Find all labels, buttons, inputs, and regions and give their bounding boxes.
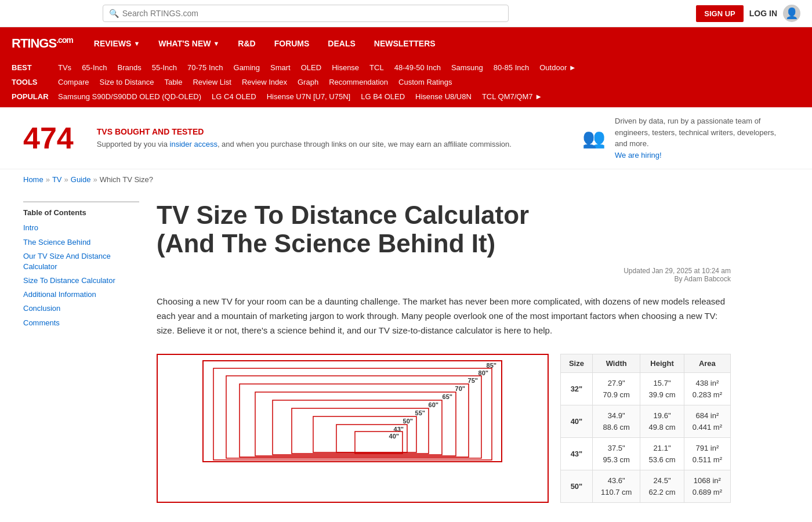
nav-item-whatsnew[interactable]: WHAT'S NEW ▼ [149,28,229,59]
toc-item-comments[interactable]: Comments [23,318,139,328]
nav-link-deals[interactable]: DEALS [318,28,364,59]
best-samsung[interactable]: Samsung [447,61,488,74]
title-line1: TV Size To Distance Calculator [157,201,529,229]
toc-title: Table of Contents [23,208,139,217]
table-row: 40"34.9" 88.6 cm19.6" 49.8 cm684 in² 0.4… [560,405,730,438]
popular-hisense-u8[interactable]: Hisense U8/U8N [411,90,476,103]
toc-link-conclusion[interactable]: Conclusion [23,303,139,314]
promo-description: Supported by you via insider access, and… [97,139,559,150]
toc-link-comments[interactable]: Comments [23,318,139,328]
tool-recommendation[interactable]: Recommendation [324,76,393,88]
best-brands[interactable]: Brands [113,61,146,74]
user-avatar[interactable]: 👤 [783,5,800,22]
popular-label: POPULAR [12,92,52,101]
toc-item-conclusion[interactable]: Conclusion [23,303,139,314]
popular-hisense-u7n[interactable]: Hisense U7N [U7, U75N] [262,90,356,103]
best-55inch[interactable]: 55-Inch [147,61,182,74]
popular-lg-c4[interactable]: LG C4 OLED [207,90,261,103]
toc-item-science[interactable]: The Science Behind [23,237,139,248]
toc-list: Intro The Science Behind Our TV Size And… [23,223,139,328]
best-gaming[interactable]: Gaming [229,61,265,74]
best-65inch[interactable]: 65-Inch [77,61,111,74]
tools-label: TOOLS [12,78,52,86]
best-tcl[interactable]: TCL [365,61,389,74]
best-oled[interactable]: OLED [296,61,326,74]
best-outdoor[interactable]: Outdoor ► [535,61,581,74]
toc-link-calculator[interactable]: Our TV Size And Distance Calculator [23,251,139,272]
nav-link-forums[interactable]: FORUMS [265,28,319,59]
svg-text:80": 80" [478,369,488,376]
toc-item-size-distance[interactable]: Size To Distance Calculator [23,276,139,286]
hiring-link[interactable]: We are hiring! [615,151,662,160]
nav-item-deals[interactable]: DEALS [318,28,364,59]
tool-custom-ratings[interactable]: Custom Ratings [394,76,456,88]
promo-title: TVS BOUGHT AND TESTED [97,127,559,136]
best-hisense[interactable]: Hisense [327,61,364,74]
breadcrumb-guide[interactable]: Guide [71,175,91,184]
title-line2: (And The Science Behind It) [157,229,495,258]
toc-link-science[interactable]: The Science Behind [23,237,139,248]
signup-button[interactable]: SIGN UP [696,5,743,22]
cell-height: 15.7" 39.9 cm [640,373,684,405]
tool-size-distance[interactable]: Size to Distance [95,76,158,88]
site-logo[interactable]: RTINGS.com [12,27,85,59]
nav-link-whatsnew[interactable]: WHAT'S NEW ▼ [149,28,229,59]
best-nav-row: BEST TVs 65-Inch Brands 55-Inch 70-75 In… [12,61,800,74]
best-484950[interactable]: 48-49-50 Inch [390,61,445,74]
nav-item-reviews[interactable]: REVIEWS ▼ [85,28,149,59]
chevron-down-icon: ▼ [213,40,219,47]
nav-item-forums[interactable]: FORUMS [265,28,319,59]
nav-link-reviews[interactable]: REVIEWS ▼ [85,28,149,59]
logo-text: RTINGS.com [12,36,73,50]
popular-nav-row: POPULAR Samsung S90D/S90DD OLED (QD-OLED… [12,90,800,103]
cell-area: 791 in² 0.511 m² [684,438,730,470]
tool-compare[interactable]: Compare [53,76,93,88]
best-7075inch[interactable]: 70-75 Inch [183,61,227,74]
tool-review-index[interactable]: Review Index [237,76,292,88]
breadcrumb-tv[interactable]: TV [52,175,62,184]
cell-width: 34.9" 88.6 cm [592,405,640,438]
tool-table[interactable]: Table [160,76,187,88]
tv-count: 474 [23,121,74,155]
insider-access-link[interactable]: insider access [170,140,217,148]
popular-tcl-qm7[interactable]: TCL QM7/QM7 ► [477,90,547,103]
tool-review-list[interactable]: Review List [188,76,235,88]
nav-item-rd[interactable]: R&D [229,28,264,59]
best-8085inch[interactable]: 80-85 Inch [489,61,534,74]
search-input[interactable] [122,9,502,18]
toc-item-calculator[interactable]: Our TV Size And Distance Calculator [23,251,139,272]
toc-link-additional[interactable]: Additional Information [23,289,139,300]
popular-lg-b4[interactable]: LG B4 OLED [356,90,409,103]
svg-rect-4 [226,376,481,458]
toc-link-intro[interactable]: Intro [23,223,139,233]
best-tvs[interactable]: TVs [53,61,76,74]
diagram-section: 85" 80" 75" 70" 65" 60" [157,354,731,503]
content-wrapper: Table of Contents Intro The Science Behi… [0,190,754,514]
cell-height: 19.6" 49.8 cm [640,405,684,438]
chevron-down-icon: ▼ [133,40,140,47]
breadcrumb-home[interactable]: Home [23,175,44,184]
nav-link-newsletters[interactable]: NEWSLETTERS [365,28,445,59]
svg-text:70": 70" [455,385,465,392]
main-nav: RTINGS.com REVIEWS ▼ WHAT'S NEW ▼ R&D FO… [0,27,812,59]
nav-link-rd[interactable]: R&D [229,28,264,59]
toc-item-intro[interactable]: Intro [23,223,139,233]
top-bar: 🔍 SIGN UP LOG IN 👤 [0,0,812,27]
popular-samsung-s90d[interactable]: Samsung S90D/S90DD OLED (QD-OLED) [53,90,206,103]
cell-width: 37.5" 95.3 cm [592,438,640,470]
nav-item-newsletters[interactable]: NEWSLETTERS [365,28,445,59]
best-smart[interactable]: Smart [266,61,295,74]
login-button[interactable]: LOG IN [749,9,777,18]
breadcrumb-sep-3: » [93,175,97,184]
col-width: Width [592,354,640,373]
cell-area: 1068 in² 0.689 m² [684,470,730,503]
col-size: Size [560,354,592,373]
search-bar[interactable]: 🔍 [103,5,509,22]
tool-graph[interactable]: Graph [293,76,323,88]
promo-driven-text: Driven by data, run by a passionate team… [615,115,789,150]
breadcrumb-current: Which TV Size? [100,175,153,184]
cell-height: 24.5" 62.2 cm [640,470,684,503]
table-row: 32"27.9" 70.9 cm15.7" 39.9 cm438 in² 0.2… [560,373,730,405]
toc-link-size-distance[interactable]: Size To Distance Calculator [23,276,139,286]
toc-item-additional[interactable]: Additional Information [23,289,139,300]
